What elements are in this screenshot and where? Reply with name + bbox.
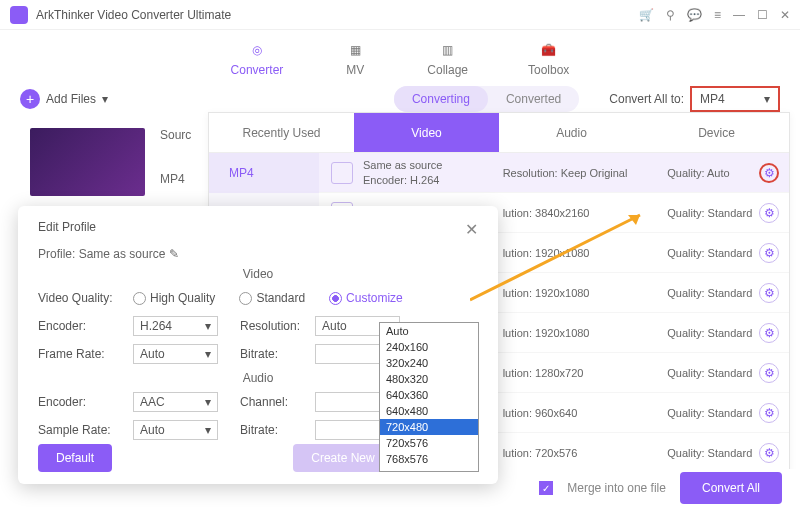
format-name: Same as sourceEncoder: H.264 [363, 158, 493, 187]
dropdown-option[interactable]: 768x576 [380, 451, 478, 467]
convert-all-button[interactable]: Convert All [680, 472, 782, 504]
radio-standard[interactable]: Standard [239, 291, 305, 305]
format-row[interactable]: Same as sourceEncoder: H.264Resolution: … [319, 153, 789, 193]
video-section-label: Video [38, 267, 478, 281]
fp-tab-recent[interactable]: Recently Used [209, 113, 354, 152]
dropdown-option[interactable]: 640x480 [380, 403, 478, 419]
convert-all-label: Convert All to: [609, 92, 684, 106]
plus-icon: + [20, 89, 40, 109]
resolution-value: lution: 1280x720 [503, 367, 658, 379]
merge-label: Merge into one file [567, 481, 666, 495]
bitrate-label: Bitrate: [240, 423, 315, 437]
gear-icon[interactable]: ⚙ [759, 163, 779, 183]
tab-mv[interactable]: ▦MV [343, 39, 367, 77]
audio-encoder-select[interactable]: AAC▾ [133, 392, 218, 412]
app-logo [10, 6, 28, 24]
gear-icon[interactable]: ⚙ [759, 443, 779, 463]
resolution-label: Resolution: [240, 319, 315, 333]
tab-label: Collage [427, 63, 468, 77]
gear-icon[interactable]: ⚙ [759, 243, 779, 263]
format-icon [331, 162, 353, 184]
close-icon[interactable]: ✕ [780, 8, 790, 22]
source-label: Sourc [160, 128, 191, 142]
dropdown-option[interactable]: 640x360 [380, 387, 478, 403]
resolution-value: lution: 960x640 [503, 407, 658, 419]
dropdown-option[interactable]: 240x160 [380, 339, 478, 355]
tab-label: MV [343, 63, 367, 77]
tab-label: Toolbox [528, 63, 569, 77]
feedback-icon[interactable]: 💬 [687, 8, 702, 22]
resolution-value: Resolution: Keep Original [503, 167, 658, 179]
close-icon[interactable]: ✕ [465, 220, 478, 239]
seg-converting[interactable]: Converting [394, 86, 488, 112]
sidebar-item-mp4[interactable]: MP4 [209, 153, 319, 193]
dropdown-option[interactable]: 750x1334 [380, 467, 478, 472]
dropdown-option[interactable]: 320x240 [380, 355, 478, 371]
bitrate-label: Bitrate: [240, 347, 315, 361]
resolution-dropdown[interactable]: Auto240x160320x240480x320640x360640x4807… [379, 322, 479, 472]
default-button[interactable]: Default [38, 444, 112, 472]
gear-icon[interactable]: ⚙ [759, 363, 779, 383]
maximize-icon[interactable]: ☐ [757, 8, 768, 22]
framerate-select[interactable]: Auto▾ [133, 344, 218, 364]
resolution-value: lution: 720x576 [503, 447, 658, 459]
create-new-button[interactable]: Create New [293, 444, 392, 472]
resolution-value: lution: 1920x1080 [503, 247, 658, 259]
samplerate-select[interactable]: Auto▾ [133, 420, 218, 440]
dropdown-option[interactable]: 480x320 [380, 371, 478, 387]
video-thumbnail[interactable] [30, 128, 145, 196]
encoder-label: Encoder: [38, 395, 133, 409]
quality-label: Video Quality: [38, 291, 133, 305]
status-segment: Converting Converted [394, 86, 579, 112]
fp-tab-audio[interactable]: Audio [499, 113, 644, 152]
add-files-button[interactable]: + Add Files ▾ [20, 89, 108, 109]
output-format-select[interactable]: MP4 ▾ [690, 86, 780, 112]
resolution-value: lution: 3840x2160 [503, 207, 658, 219]
tab-label: Converter [231, 63, 284, 77]
resolution-value: lution: 1920x1080 [503, 287, 658, 299]
resolution-value: lution: 1920x1080 [503, 327, 658, 339]
tab-collage[interactable]: ▥Collage [427, 39, 468, 77]
radio-high-quality[interactable]: High Quality [133, 291, 215, 305]
tab-converter[interactable]: ◎Converter [231, 39, 284, 77]
fp-tab-device[interactable]: Device [644, 113, 789, 152]
edit-icon[interactable]: ✎ [169, 247, 179, 261]
dropdown-option[interactable]: 720x480 [380, 419, 478, 435]
dropdown-option[interactable]: 720x576 [380, 435, 478, 451]
chevron-down-icon: ▾ [764, 92, 770, 106]
minimize-icon[interactable]: — [733, 8, 745, 22]
dropdown-option[interactable]: Auto [380, 323, 478, 339]
gear-icon[interactable]: ⚙ [759, 283, 779, 303]
gear-icon[interactable]: ⚙ [759, 403, 779, 423]
channel-label: Channel: [240, 395, 315, 409]
seg-converted[interactable]: Converted [488, 86, 579, 112]
chevron-down-icon: ▾ [102, 92, 108, 106]
format-value: MP4 [700, 92, 725, 106]
radio-customize[interactable]: Customize [329, 291, 403, 305]
gear-icon[interactable]: ⚙ [759, 203, 779, 223]
add-files-label: Add Files [46, 92, 96, 106]
encoder-label: Encoder: [38, 319, 133, 333]
modal-title: Edit Profile [38, 220, 96, 239]
merge-checkbox[interactable]: ✓ [539, 481, 553, 495]
format-label: MP4 [160, 172, 185, 186]
framerate-label: Frame Rate: [38, 347, 133, 361]
menu-icon[interactable]: ≡ [714, 8, 721, 22]
tab-toolbox[interactable]: 🧰Toolbox [528, 39, 569, 77]
gear-icon[interactable]: ⚙ [759, 323, 779, 343]
app-title: ArkThinker Video Converter Ultimate [36, 8, 231, 22]
profile-name: Profile: Same as source [38, 247, 165, 261]
fp-tab-video[interactable]: Video [354, 113, 499, 152]
cart-icon[interactable]: 🛒 [639, 8, 654, 22]
samplerate-label: Sample Rate: [38, 423, 133, 437]
video-encoder-select[interactable]: H.264▾ [133, 316, 218, 336]
key-icon[interactable]: ⚲ [666, 8, 675, 22]
